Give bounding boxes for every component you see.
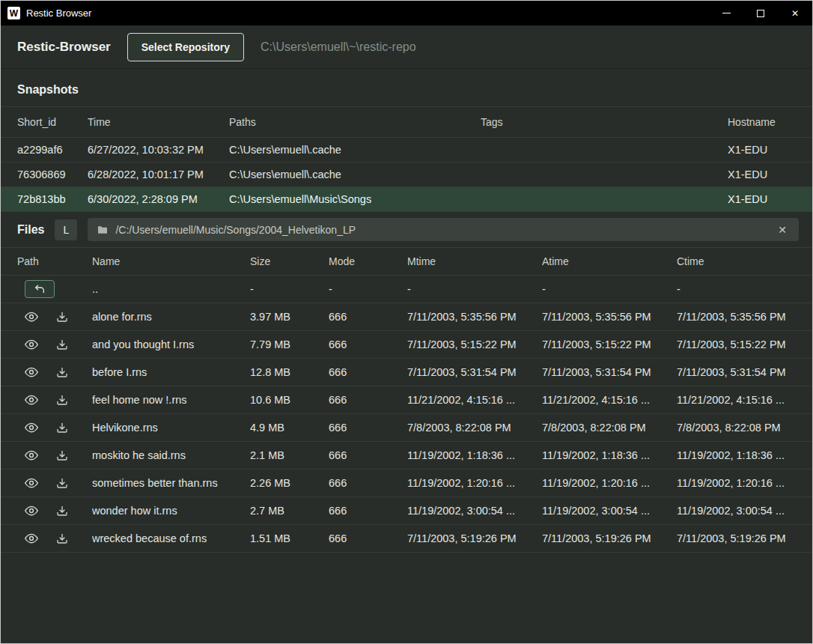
- file-ctime: 11/21/2002, 4:15:16 ...: [677, 394, 796, 406]
- parent-directory-row[interactable]: .. - - - - -: [1, 276, 812, 303]
- col-mtime[interactable]: Mtime: [407, 255, 542, 267]
- file-ctime: 11/19/2002, 1:18:36 ...: [677, 449, 796, 461]
- file-mode: 666: [329, 532, 407, 544]
- file-mtime: 7/8/2003, 8:22:08 PM: [407, 422, 542, 434]
- file-ctime: -: [677, 283, 796, 295]
- file-mode: 666: [329, 394, 407, 406]
- file-row[interactable]: sometimes better than.rns 2.26 MB 666 11…: [1, 470, 812, 497]
- col-mode[interactable]: Mode: [329, 255, 407, 267]
- snapshot-row[interactable]: 76306869 6/28/2022, 10:01:17 PM C:\Users…: [1, 162, 812, 187]
- download-button[interactable]: [56, 449, 68, 461]
- file-atime: 7/11/2003, 5:35:56 PM: [542, 311, 677, 323]
- download-button[interactable]: [56, 394, 68, 406]
- file-ctime: 11/19/2002, 3:00:54 ...: [677, 505, 796, 517]
- preview-button[interactable]: [25, 504, 38, 517]
- preview-button[interactable]: [25, 365, 38, 379]
- download-button[interactable]: [56, 311, 68, 323]
- download-button[interactable]: [56, 366, 68, 378]
- col-hostname[interactable]: Hostname: [728, 116, 796, 128]
- preview-button[interactable]: [25, 421, 38, 434]
- files-table-header: Path Name Size Mode Mtime Atime Ctime: [1, 247, 812, 276]
- file-mode: 666: [329, 338, 407, 350]
- file-name: sometimes better than.rns: [92, 477, 250, 489]
- file-ctime: 7/11/2003, 5:19:26 PM: [677, 532, 796, 544]
- download-button[interactable]: [56, 505, 68, 517]
- preview-button[interactable]: [25, 476, 38, 490]
- snapshots-table-header: Short_id Time Paths Tags Hostname: [1, 106, 812, 138]
- repository-path: C:\Users\emuell\~\restic-repo: [261, 40, 416, 54]
- download-icon: [56, 505, 68, 517]
- file-row[interactable]: moskito he said.rns 2.1 MB 666 11/19/200…: [1, 442, 812, 470]
- col-paths[interactable]: Paths: [229, 116, 481, 128]
- file-ctime: 7/11/2003, 5:35:56 PM: [677, 311, 796, 323]
- file-actions: [17, 449, 92, 462]
- file-ctime: 7/8/2003, 8:22:08 PM: [677, 422, 796, 434]
- eye-icon: [25, 449, 38, 462]
- file-actions: [17, 504, 92, 517]
- drive-button[interactable]: L: [55, 219, 77, 240]
- snapshot-paths: C:\Users\emuell\.cache: [229, 168, 481, 180]
- file-size: 10.6 MB: [250, 394, 329, 406]
- files-path-input[interactable]: /C:/Users/emuell/Music/Songs/2004_Helvet…: [115, 224, 768, 236]
- corner-up-left-icon: [34, 283, 46, 295]
- snapshot-row[interactable]: a2299af6 6/27/2022, 10:03:32 PM C:\Users…: [1, 138, 812, 162]
- file-atime: 7/8/2003, 8:22:08 PM: [542, 422, 677, 434]
- file-ctime: 7/11/2003, 5:15:22 PM: [677, 338, 796, 350]
- download-button[interactable]: [56, 532, 68, 544]
- eye-icon: [25, 393, 38, 407]
- maximize-icon: [757, 10, 764, 17]
- maximize-button[interactable]: [743, 1, 778, 25]
- snapshot-paths: C:\Users\emuell\Music\Songs: [229, 193, 481, 205]
- file-row[interactable]: before I.rns 12.8 MB 666 7/11/2003, 5:31…: [1, 359, 812, 386]
- file-row[interactable]: and you thought I.rns 7.79 MB 666 7/11/2…: [1, 331, 812, 359]
- col-atime[interactable]: Atime: [542, 255, 677, 267]
- file-row[interactable]: Helvikone.rns 4.9 MB 666 7/8/2003, 8:22:…: [1, 414, 812, 442]
- preview-button[interactable]: [25, 310, 38, 323]
- files-path-bar[interactable]: /C:/Users/emuell/Music/Songs/2004_Helvet…: [88, 218, 799, 241]
- col-ctime[interactable]: Ctime: [677, 255, 796, 267]
- preview-button[interactable]: [25, 532, 38, 545]
- snapshots-title: Snapshots: [1, 69, 812, 106]
- files-title: Files: [17, 223, 44, 237]
- col-size[interactable]: Size: [250, 255, 329, 267]
- file-name: Helvikone.rns: [92, 422, 250, 434]
- file-row[interactable]: wrecked because of.rns 1.51 MB 666 7/11/…: [1, 525, 812, 553]
- file-mtime: 11/19/2002, 1:18:36 ...: [407, 449, 542, 461]
- file-size: 4.9 MB: [250, 422, 329, 434]
- clear-path-button[interactable]: ✕: [775, 222, 790, 237]
- preview-button[interactable]: [25, 338, 38, 351]
- preview-button[interactable]: [25, 393, 38, 407]
- col-path[interactable]: Path: [17, 255, 92, 267]
- col-time[interactable]: Time: [88, 116, 229, 128]
- snapshot-row-selected[interactable]: 72b813bb 6/30/2022, 2:28:09 PM C:\Users\…: [1, 187, 812, 212]
- file-row[interactable]: wonder how it.rns 2.7 MB 666 11/19/2002,…: [1, 497, 812, 525]
- file-name: ..: [92, 283, 250, 295]
- download-button[interactable]: [56, 477, 68, 489]
- file-atime: 11/19/2002, 1:20:16 ...: [542, 477, 677, 489]
- file-atime: 11/19/2002, 1:18:36 ...: [542, 449, 677, 461]
- app-name: Restic-Browser: [17, 40, 111, 55]
- preview-button[interactable]: [25, 449, 38, 462]
- file-size: 3.97 MB: [250, 311, 329, 323]
- col-name[interactable]: Name: [92, 255, 250, 267]
- col-tags[interactable]: Tags: [481, 116, 728, 128]
- eye-icon: [25, 338, 38, 351]
- select-repository-button[interactable]: Select Repository: [127, 33, 244, 61]
- download-button[interactable]: [56, 338, 68, 350]
- files-bar: Files L /C:/Users/emuell/Music/Songs/200…: [1, 212, 812, 247]
- file-size: 2.7 MB: [250, 505, 329, 517]
- file-mtime: 7/11/2003, 5:19:26 PM: [407, 532, 542, 544]
- file-actions: [17, 532, 92, 545]
- col-short-id[interactable]: Short_id: [17, 116, 88, 128]
- minimize-button[interactable]: [709, 1, 743, 25]
- download-button[interactable]: [56, 422, 68, 434]
- file-actions: [17, 338, 92, 351]
- file-row[interactable]: feel home now !.rns 10.6 MB 666 11/21/20…: [1, 386, 812, 414]
- file-atime: -: [542, 283, 677, 295]
- go-up-button[interactable]: [25, 280, 55, 298]
- file-name: and you thought I.rns: [92, 338, 250, 350]
- file-row[interactable]: alone for.rns 3.97 MB 666 7/11/2003, 5:3…: [1, 303, 812, 331]
- file-ctime: 11/19/2002, 1:20:16 ...: [677, 477, 796, 489]
- close-button[interactable]: ✕: [778, 1, 812, 25]
- file-size: 2.26 MB: [250, 477, 329, 489]
